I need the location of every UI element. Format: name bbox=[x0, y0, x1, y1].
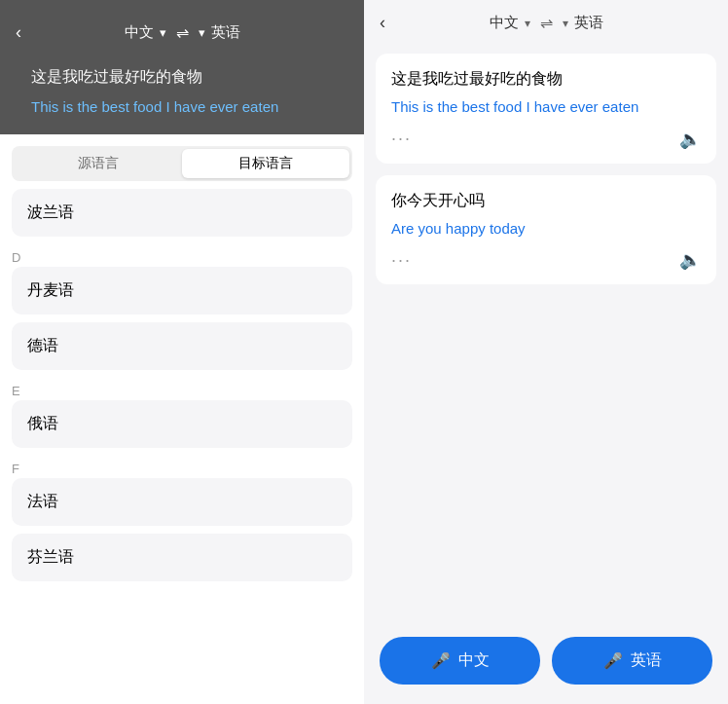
tab-target-lang[interactable]: 目标语言 bbox=[182, 149, 349, 178]
left-back-button[interactable]: ‹ bbox=[16, 22, 21, 43]
mic-english-icon: 🎤 bbox=[603, 651, 623, 670]
left-target-lang-arrow: ▾ bbox=[199, 25, 205, 40]
left-swap-icon[interactable]: ⇌ bbox=[176, 23, 189, 42]
left-panel: ‹ 中文 ▾ ⇌ ▾ 英语 这是我吃过最好吃的食物 This is the be… bbox=[0, 0, 364, 704]
card-1-actions: ··· 🔈 bbox=[391, 129, 701, 150]
left-overlay: ‹ 中文 ▾ ⇌ ▾ 英语 这是我吃过最好吃的食物 This is the be… bbox=[0, 0, 364, 134]
translation-card-2: 你今天开心吗 Are you happy today ··· 🔈 bbox=[376, 175, 716, 285]
left-translated-preview: This is the best food I have ever eaten bbox=[31, 96, 333, 119]
section-letter-e: E bbox=[12, 378, 352, 400]
card-1-translated: This is the best food I have ever eaten bbox=[391, 96, 701, 119]
card-2-speaker-icon[interactable]: 🔈 bbox=[679, 249, 701, 271]
list-item[interactable]: 德语 bbox=[12, 322, 352, 370]
left-source-lang-arrow: ▾ bbox=[160, 25, 166, 40]
right-swap-icon[interactable]: ⇌ bbox=[540, 14, 553, 32]
right-target-lang-arrow: ▾ bbox=[563, 17, 568, 30]
left-content-area: 这是我吃过最好吃的食物 This is the best food I have… bbox=[16, 54, 348, 134]
translation-card-1: 这是我吃过最好吃的食物 This is the best food I have… bbox=[376, 54, 716, 164]
mic-chinese-icon: 🎤 bbox=[431, 651, 451, 670]
record-english-label: 英语 bbox=[631, 650, 662, 671]
card-2-translated: Are you happy today bbox=[391, 218, 701, 241]
card-2-actions: ··· 🔈 bbox=[391, 249, 701, 271]
card-2-source: 你今天开心吗 bbox=[391, 189, 701, 212]
record-chinese-label: 中文 bbox=[458, 650, 490, 671]
tab-source-lang[interactable]: 源语言 bbox=[15, 149, 182, 178]
bottom-bar: 🎤 中文 🎤 英语 bbox=[364, 625, 728, 704]
right-source-lang-arrow: ▾ bbox=[525, 17, 530, 30]
left-source-lang[interactable]: 中文 bbox=[125, 23, 154, 42]
left-lang-selector: 中文 ▾ ⇌ ▾ 英语 bbox=[125, 23, 240, 42]
right-back-button[interactable]: ‹ bbox=[380, 13, 385, 33]
record-english-button[interactable]: 🎤 英语 bbox=[552, 637, 712, 685]
right-header: ‹ 中文 ▾ ⇌ ▾ 英语 bbox=[364, 0, 728, 46]
card-1-source: 这是我吃过最好吃的食物 bbox=[391, 67, 701, 91]
list-item[interactable]: 俄语 bbox=[12, 400, 352, 448]
card-1-dots: ··· bbox=[391, 129, 412, 149]
list-item[interactable]: 波兰语 bbox=[12, 189, 352, 237]
section-letter-f: F bbox=[12, 456, 352, 478]
left-header: ‹ 中文 ▾ ⇌ ▾ 英语 bbox=[16, 16, 348, 54]
translation-cards: 这是我吃过最好吃的食物 This is the best food I have… bbox=[364, 46, 728, 625]
card-2-dots: ··· bbox=[391, 250, 412, 271]
tab-row: 源语言 目标语言 bbox=[12, 146, 352, 181]
left-source-text: 这是我吃过最好吃的食物 bbox=[31, 65, 333, 89]
language-picker: 源语言 目标语言 波兰语 D 丹麦语 德语 E 俄语 F 法语 芬兰语 # A … bbox=[0, 134, 364, 705]
right-target-lang[interactable]: 英语 bbox=[574, 14, 603, 32]
right-lang-selector: 中文 ▾ ⇌ ▾ 英语 bbox=[490, 14, 603, 32]
list-item[interactable]: 丹麦语 bbox=[12, 267, 352, 315]
right-source-lang[interactable]: 中文 bbox=[490, 14, 519, 32]
record-chinese-button[interactable]: 🎤 中文 bbox=[380, 637, 540, 685]
right-panel: ‹ 中文 ▾ ⇌ ▾ 英语 这是我吃过最好吃的食物 This is the be… bbox=[364, 0, 728, 704]
card-1-speaker-icon[interactable]: 🔈 bbox=[679, 129, 701, 150]
section-letter-d: D bbox=[12, 244, 352, 267]
left-target-lang[interactable]: 英语 bbox=[211, 23, 240, 42]
list-item[interactable]: 芬兰语 bbox=[12, 534, 352, 581]
language-list: 波兰语 D 丹麦语 德语 E 俄语 F 法语 芬兰语 # A B D E F H… bbox=[0, 189, 364, 581]
list-item[interactable]: 法语 bbox=[12, 478, 352, 526]
